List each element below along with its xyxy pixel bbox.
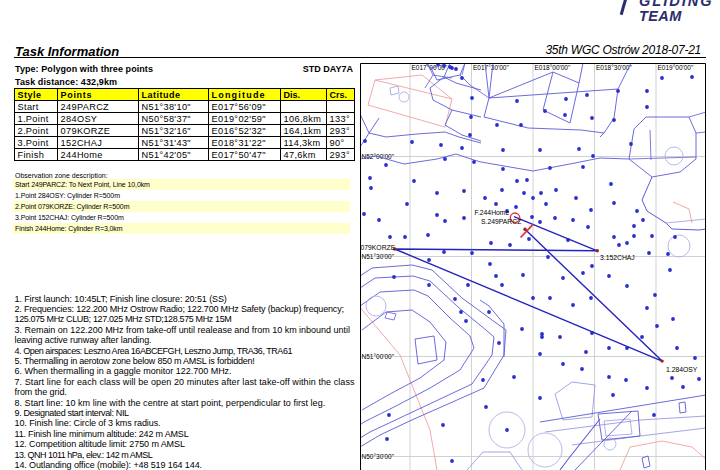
svg-text:079KORZE: 079KORZE xyxy=(361,244,396,251)
svg-text:N51°30'00": N51°30'00" xyxy=(362,253,395,260)
svg-text:F.244Home: F.244Home xyxy=(475,209,510,216)
svg-text:1.284OSY: 1.284OSY xyxy=(666,366,698,373)
svg-text:N50°30'00": N50°30'00" xyxy=(362,453,395,460)
svg-text:E017°30'00": E017°30'00" xyxy=(473,64,509,71)
svg-text:N51°00'00": N51°00'00" xyxy=(362,353,395,360)
svg-text:E019°00'00": E019°00'00" xyxy=(658,64,694,71)
svg-text:E018°00'00": E018°00'00" xyxy=(535,64,571,71)
svg-text:E018°30'00": E018°30'00" xyxy=(596,64,632,71)
svg-text:3.152CHAJ: 3.152CHAJ xyxy=(600,254,635,261)
svg-text:S.249PARCZ: S.249PARCZ xyxy=(481,218,521,225)
